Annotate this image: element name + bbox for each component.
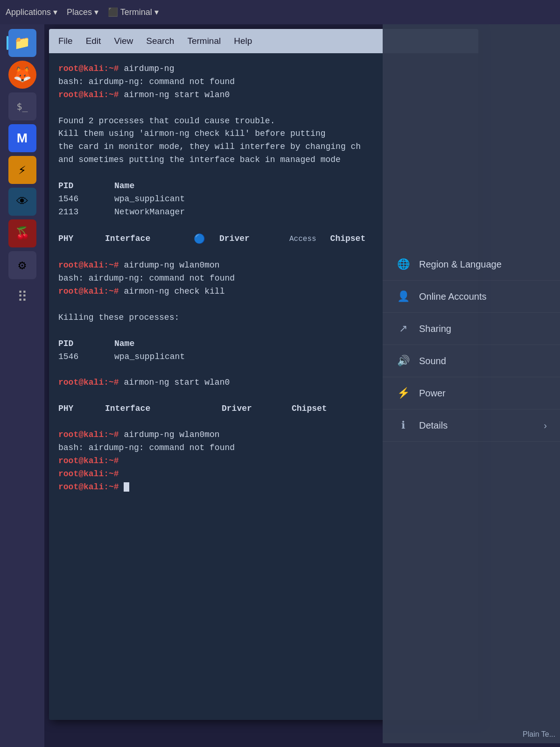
prompt-5: root@kali:~#	[58, 378, 119, 387]
taskbar-eye[interactable]: 👁	[8, 188, 36, 216]
menu-file[interactable]: File	[58, 36, 73, 46]
taskbar-firefox[interactable]: 🦊	[8, 61, 36, 89]
settings-sound[interactable]: 🔊 Sound	[383, 345, 560, 377]
terminal-menu[interactable]: ⬛ Terminal ▾	[108, 7, 159, 17]
prompt-3: root@kali:~#	[58, 261, 119, 270]
sharing-icon: ↗	[396, 321, 411, 336]
prompt-7: root@kali:~#	[58, 456, 119, 465]
prompt-6: root@kali:~#	[58, 430, 119, 439]
active-indicator	[7, 36, 8, 50]
settings-details[interactable]: ℹ Details ›	[383, 409, 560, 442]
settings-overlay: 🌐 Region & Language 👤 Online Accounts ↗ …	[383, 24, 560, 743]
menu-view[interactable]: View	[114, 36, 133, 46]
files-icon: 📁	[14, 35, 30, 51]
region-language-label: Region & Language	[419, 259, 502, 270]
cmd-1: airdump-ng	[124, 64, 174, 73]
prompt-1: root@kali:~#	[58, 64, 119, 73]
settings-sharing[interactable]: ↗ Sharing	[383, 313, 560, 345]
region-icon: 🌐	[396, 257, 411, 272]
prompt-8: root@kali:~#	[58, 469, 119, 479]
taskbar-burpsuite[interactable]: ⚡	[8, 156, 36, 184]
taskbar-files[interactable]: 📁	[8, 29, 36, 57]
sound-icon: 🔊	[396, 353, 411, 368]
eye-icon: 👁	[16, 194, 28, 209]
terminal-icon: $_	[16, 101, 28, 112]
sound-label: Sound	[419, 356, 446, 366]
online-accounts-label: Online Accounts	[419, 291, 487, 302]
top-panel: Applications ▾ Places ▾ ⬛ Terminal ▾	[0, 0, 560, 24]
desktop: Applications ▾ Places ▾ ⬛ Terminal ▾ 📁 🦊…	[0, 0, 560, 747]
taskbar-cherry[interactable]: 🍒	[8, 219, 36, 247]
metasploit-icon: M	[17, 131, 28, 146]
cherry-icon: 🍒	[15, 226, 30, 241]
settings-online-accounts[interactable]: 👤 Online Accounts	[383, 281, 560, 313]
taskbar-settings[interactable]: ⚙	[8, 251, 36, 279]
applications-menu[interactable]: Applications ▾	[6, 7, 57, 17]
menu-help[interactable]: Help	[234, 36, 252, 46]
firefox-icon: 🦊	[13, 65, 32, 84]
details-icon: ℹ	[396, 418, 411, 433]
places-menu[interactable]: Places ▾	[67, 7, 98, 17]
cmd-2: airmon-ng start wlan0	[124, 90, 230, 99]
menu-edit[interactable]: Edit	[86, 36, 101, 46]
details-label: Details	[419, 420, 448, 431]
settings-spacer	[383, 24, 560, 248]
taskbar: 📁 🦊 $_ M ⚡ 👁 🍒 ⚙ ⠿	[0, 24, 44, 747]
menu-search[interactable]: Search	[146, 36, 174, 46]
output-1: bash: airdump-ng: command not found	[58, 77, 235, 86]
sharing-label: Sharing	[419, 324, 451, 334]
taskbar-metasploit[interactable]: M	[8, 124, 36, 152]
power-icon: ⚡	[396, 386, 411, 401]
dots-icon: ⠿	[17, 289, 28, 306]
taskbar-allapps[interactable]: ⠿	[8, 283, 36, 311]
taskbar-terminal[interactable]: $_	[8, 92, 36, 120]
burp-icon: ⚡	[18, 162, 26, 178]
menu-terminal[interactable]: Terminal	[187, 36, 221, 46]
power-label: Power	[419, 388, 446, 399]
gear-icon: ⚙	[18, 257, 26, 273]
prompt-4: root@kali:~#	[58, 287, 119, 296]
prompt-9: root@kali:~#	[58, 482, 119, 492]
plain-text-badge: Plain Te...	[523, 730, 555, 739]
settings-power[interactable]: ⚡ Power	[383, 377, 560, 409]
cursor	[124, 482, 129, 492]
details-arrow: ›	[544, 420, 547, 431]
accounts-icon: 👤	[396, 289, 411, 304]
prompt-2: root@kali:~#	[58, 90, 119, 99]
settings-region-language[interactable]: 🌐 Region & Language	[383, 248, 560, 281]
